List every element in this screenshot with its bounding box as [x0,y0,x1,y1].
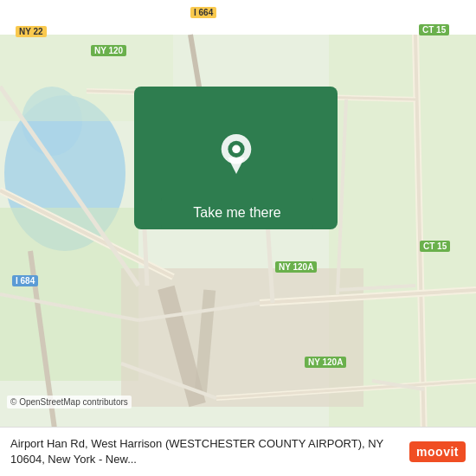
map-attribution: © OpenStreetMap contributors [7,396,132,408]
svg-point-33 [232,145,241,153]
road-label-ny22: NY 22 [16,26,47,37]
svg-rect-3 [0,208,138,381]
road-label-i684: I 684 [12,275,38,286]
moovit-logo-text: moovit [409,441,466,462]
road-label-ct15-top: CT 15 [419,24,449,35]
moovit-logo: moovit [409,441,466,462]
map-container: NY 22 I 664 NY 120 CT 15 I 684 NY 120A N… [0,0,476,476]
location-description: Airport Han Rd, West Harrison (WESTCHEST… [10,436,402,467]
svg-rect-6 [121,268,363,407]
road-label-ny120: NY 120 [91,45,126,56]
bottom-info-bar: Airport Han Rd, West Harrison (WESTCHEST… [0,427,476,476]
road-label-ct15-bot: CT 15 [420,241,450,252]
location-pin-icon [219,134,254,176]
svg-marker-32 [228,157,244,173]
road-label-ny120a-1: NY 120A [275,261,317,273]
road-label-ny120a-2: NY 120A [305,357,346,368]
road-label-i664: I 664 [190,7,216,18]
take-me-there-button[interactable]: Take me there [161,197,313,228]
